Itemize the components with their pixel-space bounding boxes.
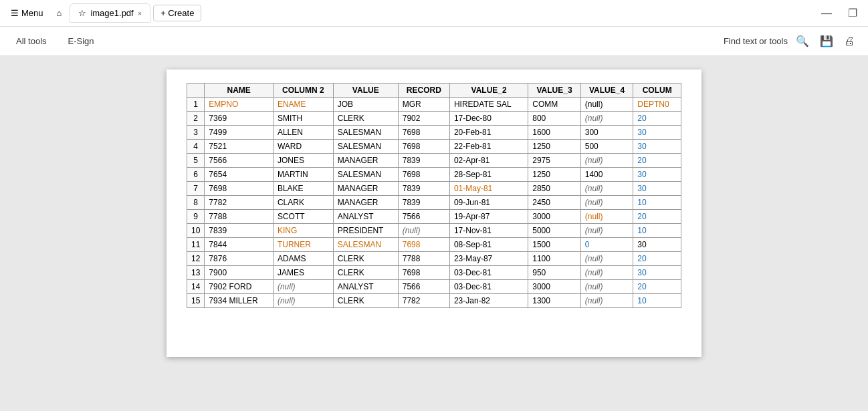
table-cell-val: SALESMAN bbox=[333, 168, 398, 182]
home-button[interactable]: ⌂ bbox=[51, 5, 68, 21]
table-cell-val: ANALYST bbox=[333, 280, 398, 294]
table-row: 87782CLARKMANAGER783909-Jun-812450(null)… bbox=[187, 196, 681, 210]
table-cell-val2: 02-Apr-81 bbox=[449, 154, 528, 168]
table-cell-val2: 23-May-87 bbox=[449, 252, 528, 266]
table-cell-num: 10 bbox=[187, 224, 205, 238]
table-cell-name: 7698 bbox=[205, 182, 274, 196]
table-cell-val2: 20-Feb-81 bbox=[449, 126, 528, 140]
table-cell-val: CLERK bbox=[333, 266, 398, 280]
table-cell-record: 7839 bbox=[398, 154, 449, 168]
table-cell-col2: (null) bbox=[273, 294, 333, 308]
table-cell-val3: 3000 bbox=[528, 280, 581, 294]
menu-button[interactable]: ☰ Menu bbox=[5, 5, 49, 21]
table-cell-record: 7698 bbox=[398, 140, 449, 154]
col-header-col2: COLUMN 2 bbox=[273, 84, 333, 98]
table-cell-colum: 20 bbox=[633, 210, 681, 224]
table-cell-val: SALESMAN bbox=[333, 238, 398, 252]
table-cell-val3: 2850 bbox=[528, 182, 581, 196]
table-cell-val: JOB bbox=[333, 98, 398, 112]
table-cell-val: CLERK bbox=[333, 252, 398, 266]
table-row: 107839KINGPRESIDENT(null)17-Nov-815000(n… bbox=[187, 224, 681, 238]
table-cell-val: SALESMAN bbox=[333, 140, 398, 154]
all-tools-button[interactable]: All tools bbox=[11, 33, 52, 49]
table-cell-col2: ADAMS bbox=[273, 252, 333, 266]
table-row: 1EMPNOENAMEJOBMGRHIREDATE SALCOMM(null)D… bbox=[187, 98, 681, 112]
table-cell-num: 13 bbox=[187, 266, 205, 280]
table-cell-val4: 1400 bbox=[580, 168, 633, 182]
table-cell-val3: 950 bbox=[528, 266, 581, 280]
pdf-page: NAME COLUMN 2 VALUE RECORD VALUE_2 VALUE… bbox=[167, 70, 701, 357]
table-cell-val2: 01-May-81 bbox=[449, 182, 528, 196]
table-cell-record: 7839 bbox=[398, 182, 449, 196]
table-cell-val4: 500 bbox=[580, 140, 633, 154]
table-cell-colum: 10 bbox=[633, 196, 681, 210]
table-cell-record: 7566 bbox=[398, 210, 449, 224]
table-cell-num: 2 bbox=[187, 112, 205, 126]
search-icon[interactable]: 🔍 bbox=[793, 32, 812, 50]
maximize-button[interactable]: ❐ bbox=[843, 4, 863, 22]
table-cell-val3: 1100 bbox=[528, 252, 581, 266]
table-cell-col2: ENAME bbox=[273, 98, 333, 112]
table-cell-val2: 28-Sep-81 bbox=[449, 168, 528, 182]
table-row: 137900JAMESCLERK769803-Dec-81950(null)30 bbox=[187, 266, 681, 280]
table-cell-num: 15 bbox=[187, 294, 205, 308]
table-row: 47521WARDSALESMAN769822-Feb-81125050030 bbox=[187, 140, 681, 154]
table-row: 37499ALLENSALESMAN769820-Feb-81160030030 bbox=[187, 126, 681, 140]
table-cell-val4: (null) bbox=[580, 252, 633, 266]
hamburger-icon: ☰ bbox=[11, 8, 19, 18]
table-cell-num: 4 bbox=[187, 140, 205, 154]
table-cell-val4: (null) bbox=[580, 266, 633, 280]
table-cell-colum: 30 bbox=[633, 140, 681, 154]
print-icon[interactable]: 🖨 bbox=[841, 33, 857, 50]
tab-close-button[interactable]: × bbox=[138, 9, 142, 17]
tab-label: image1.pdf bbox=[90, 8, 133, 18]
table-cell-val2: HIREDATE SAL bbox=[449, 98, 528, 112]
table-cell-record: MGR bbox=[398, 98, 449, 112]
table-cell-record: 7782 bbox=[398, 294, 449, 308]
col-header-value4: VALUE_4 bbox=[580, 84, 633, 98]
table-cell-val4: 0 bbox=[580, 238, 633, 252]
table-cell-val2: 22-Feb-81 bbox=[449, 140, 528, 154]
table-cell-val3: 1300 bbox=[528, 294, 581, 308]
esign-button[interactable]: E-Sign bbox=[63, 33, 100, 49]
active-tab[interactable]: ☆ image1.pdf × bbox=[70, 3, 150, 23]
table-cell-val4: (null) bbox=[580, 196, 633, 210]
table-cell-num: 1 bbox=[187, 98, 205, 112]
table-cell-name: 7369 bbox=[205, 112, 274, 126]
new-tab-button[interactable]: + Create bbox=[153, 5, 201, 21]
table-cell-val3: COMM bbox=[528, 98, 581, 112]
table-cell-col2: CLARK bbox=[273, 196, 333, 210]
table-cell-val3: 2450 bbox=[528, 196, 581, 210]
table-cell-colum: 30 bbox=[633, 238, 681, 252]
toolbar-right: Find text or tools 🔍 💾 🖨 bbox=[724, 32, 857, 50]
table-cell-colum: 30 bbox=[633, 266, 681, 280]
table-cell-val4: (null) bbox=[580, 294, 633, 308]
table-cell-num: 5 bbox=[187, 154, 205, 168]
table-cell-colum: 20 bbox=[633, 252, 681, 266]
minimize-button[interactable]: — bbox=[816, 5, 837, 22]
table-cell-val2: 03-Dec-81 bbox=[449, 280, 528, 294]
table-cell-val3: 1250 bbox=[528, 168, 581, 182]
table-row: 67654MARTINSALESMAN769828-Sep-8112501400… bbox=[187, 168, 681, 182]
titlebar: ☰ Menu ⌂ ☆ image1.pdf × + Create — ❐ bbox=[0, 0, 868, 27]
table-cell-val4: (null) bbox=[580, 280, 633, 294]
table-cell-val: MANAGER bbox=[333, 196, 398, 210]
table-cell-colum: 30 bbox=[633, 126, 681, 140]
content-area: NAME COLUMN 2 VALUE RECORD VALUE_2 VALUE… bbox=[0, 56, 868, 411]
table-cell-val2: 08-Sep-81 bbox=[449, 238, 528, 252]
table-cell-colum: 10 bbox=[633, 294, 681, 308]
table-cell-num: 11 bbox=[187, 238, 205, 252]
table-cell-val2: 17-Nov-81 bbox=[449, 224, 528, 238]
table-cell-val4: 300 bbox=[580, 126, 633, 140]
table-cell-record: 7902 bbox=[398, 112, 449, 126]
table-cell-name: 7900 bbox=[205, 266, 274, 280]
table-row: 157934 MILLER(null)CLERK778223-Jan-82130… bbox=[187, 294, 681, 308]
home-icon: ⌂ bbox=[57, 8, 62, 18]
table-cell-colum: 20 bbox=[633, 280, 681, 294]
table-row: 147902 FORD(null)ANALYST756603-Dec-81300… bbox=[187, 280, 681, 294]
table-cell-val2: 03-Dec-81 bbox=[449, 266, 528, 280]
table-cell-col2: ALLEN bbox=[273, 126, 333, 140]
table-cell-val3: 3000 bbox=[528, 210, 581, 224]
save-icon[interactable]: 💾 bbox=[817, 32, 836, 50]
table-cell-colum: 30 bbox=[633, 182, 681, 196]
